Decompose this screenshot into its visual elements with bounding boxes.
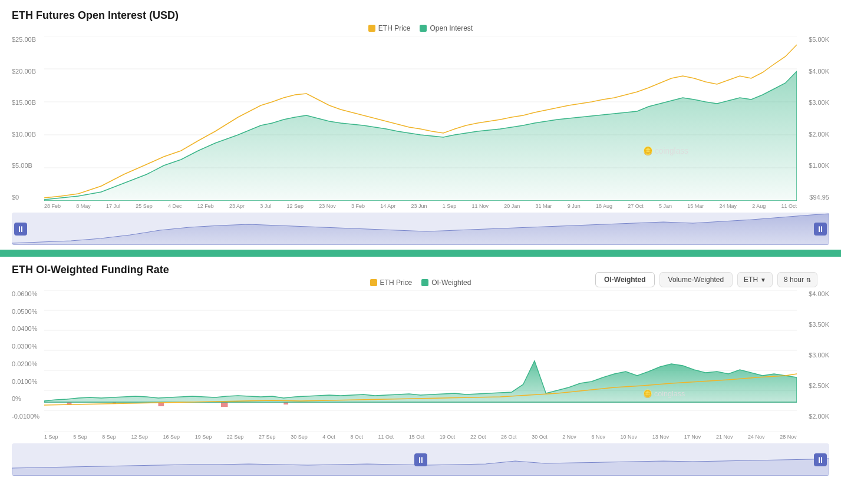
divider-bar bbox=[0, 250, 841, 257]
chart2-legend-oi-weighted: OI-Weighted bbox=[421, 278, 471, 287]
chart2-oi-weighted-dot bbox=[421, 279, 428, 286]
chart1-legend: ETH Price Open Interest bbox=[12, 24, 829, 32]
oi-weighted-btn[interactable]: OI-Weighted bbox=[595, 272, 654, 287]
chart2-eth-price-dot bbox=[370, 279, 377, 286]
chart1-x-axis: 28 Feb 8 May 17 Jul 25 Sep 4 Dec 12 Feb … bbox=[12, 202, 829, 210]
chart2-eth-price-label: ETH Price bbox=[380, 278, 413, 287]
currency-label: ETH bbox=[744, 276, 758, 284]
svg-text:🪙 coinglass: 🪙 coinglass bbox=[643, 146, 688, 156]
chart2-minimap-right-handle[interactable]: ⏸ bbox=[814, 453, 827, 466]
open-interest-label: Open Interest bbox=[430, 24, 473, 32]
chart2-minimap-left-handle[interactable]: ⏸ bbox=[414, 453, 427, 466]
chart2-legend-eth-price: ETH Price bbox=[370, 278, 413, 287]
chart1-wrapper: $25.00B $20.00B $15.00B $10.00B $5.00B $… bbox=[12, 36, 829, 201]
chart2-minimap[interactable]: ⏸ ⏸ bbox=[12, 443, 829, 476]
svg-text:🪙 coinglass: 🪙 coinglass bbox=[643, 389, 685, 399]
interval-label: 8 hour bbox=[784, 276, 804, 284]
chart2-section: ETH OI-Weighted Funding Rate OI-Weighted… bbox=[0, 257, 841, 476]
chart1-minimap-right-handle[interactable]: ⏸ bbox=[814, 223, 827, 236]
chart2-x-axis: 1 Sep 5 Sep 8 Sep 12 Sep 16 Sep 19 Sep 2… bbox=[12, 433, 829, 441]
interval-select[interactable]: 8 hour ⇅ bbox=[777, 272, 817, 287]
chart1-title: ETH Futures Open Interest (USD) bbox=[12, 9, 829, 22]
chart1-legend-open-interest: Open Interest bbox=[420, 24, 473, 32]
chart1-minimap-left-handle[interactable]: ⏸ bbox=[14, 223, 27, 236]
currency-select[interactable]: ETH ▼ bbox=[737, 272, 773, 287]
volume-weighted-btn[interactable]: Volume-Weighted bbox=[659, 272, 733, 287]
chevron-up-down-icon: ⇅ bbox=[806, 277, 811, 283]
eth-price-label: ETH Price bbox=[378, 24, 411, 32]
chart2-oi-weighted-label: OI-Weighted bbox=[431, 278, 471, 287]
svg-rect-20 bbox=[221, 402, 228, 407]
chart2-title: ETH OI-Weighted Funding Rate bbox=[12, 264, 169, 276]
chart1-svg: 🪙 coinglass bbox=[12, 36, 829, 201]
chart2-svg: 🪙 coinglass bbox=[12, 290, 829, 432]
chart2-y-axis-left: 0.0600% 0.0500% 0.0400% 0.0300% 0.0200% … bbox=[12, 290, 44, 420]
chart1-minimap[interactable]: ⏸ ⏸ bbox=[12, 213, 829, 245]
eth-price-dot bbox=[368, 25, 375, 32]
open-interest-dot bbox=[420, 25, 427, 32]
chart1-section: ETH Futures Open Interest (USD) ETH Pric… bbox=[0, 0, 841, 245]
chart2-controls: OI-Weighted Volume-Weighted ETH ▼ 8 hour… bbox=[595, 272, 817, 287]
chart1-y-axis-right: $5.00K $4.00K $3.00K $2.00K $1.00K $94.9… bbox=[797, 36, 829, 201]
chart2-wrapper: 0.0600% 0.0500% 0.0400% 0.0300% 0.0200% … bbox=[12, 290, 829, 432]
chart1-y-axis-left: $25.00B $20.00B $15.00B $10.00B $5.00B $… bbox=[12, 36, 44, 201]
chart2-y-axis-right: $4.00K $3.50K $3.00K $2.50K $2.00K bbox=[797, 290, 829, 420]
chart1-legend-eth-price: ETH Price bbox=[368, 24, 411, 32]
chevron-down-icon: ▼ bbox=[760, 277, 766, 283]
